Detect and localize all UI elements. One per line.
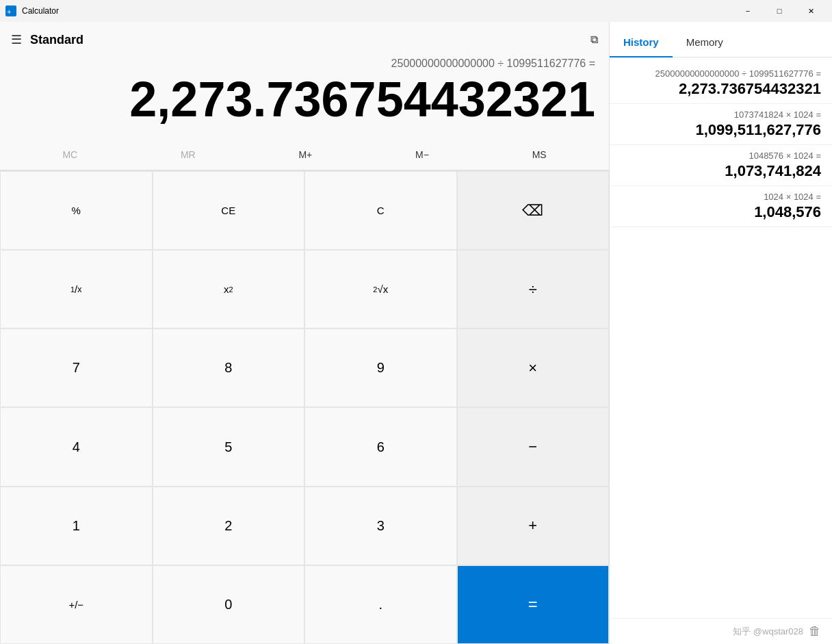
- app-icon: +: [5, 5, 16, 16]
- history-expression: 1048576 × 1024 =: [621, 151, 821, 161]
- equals-button[interactable]: =: [457, 565, 610, 644]
- mc-button[interactable]: MC: [54, 145, 86, 164]
- one-button[interactable]: 1: [0, 487, 153, 565]
- history-expression: 25000000000000000 ÷ 1099511627776 =: [621, 68, 821, 79]
- reciprocal-button[interactable]: 1/x: [0, 250, 153, 329]
- history-result: 1,073,741,824: [621, 162, 821, 180]
- seven-button[interactable]: 7: [0, 329, 153, 407]
- mr-button[interactable]: MR: [172, 145, 204, 164]
- calc-result: 2,273.736754432321: [129, 73, 595, 127]
- watermark-text: 知乎 @wqstar028: [733, 626, 803, 638]
- history-entry[interactable]: 1024 × 1024 = 1,048,576: [610, 186, 832, 227]
- square-button[interactable]: x2: [153, 250, 305, 329]
- history-result: 1,099,511,627,776: [621, 121, 821, 139]
- multiply-button[interactable]: ×: [457, 329, 610, 407]
- sqrt-button[interactable]: 2√x: [304, 250, 457, 329]
- add-button[interactable]: +: [457, 487, 610, 565]
- history-expression: 1073741824 × 1024 =: [621, 110, 821, 120]
- history-entry[interactable]: 1073741824 × 1024 = 1,099,511,627,776: [610, 104, 832, 145]
- backspace-button[interactable]: ⌫: [457, 171, 610, 250]
- delete-icon[interactable]: 🗑: [809, 624, 821, 639]
- percent-button[interactable]: %: [0, 171, 153, 250]
- subtract-button[interactable]: −: [457, 407, 610, 486]
- zero-button[interactable]: 0: [153, 565, 305, 644]
- calc-title: Standard: [30, 33, 582, 47]
- mplus-button[interactable]: M+: [290, 145, 320, 164]
- pin-icon[interactable]: ⧉: [590, 34, 598, 46]
- five-button[interactable]: 5: [153, 407, 305, 486]
- titlebar-left: + Calculator: [5, 5, 59, 16]
- right-tabs: History Memory: [610, 22, 832, 57]
- titlebar: + Calculator − □ ✕: [0, 0, 832, 22]
- memory-row: MC MR M+ M− MS: [0, 140, 609, 170]
- maximize-button[interactable]: □: [764, 0, 795, 22]
- calc-expression: 25000000000000000 ÷ 1099511627776 =: [391, 57, 595, 73]
- tab-memory[interactable]: Memory: [673, 28, 737, 57]
- divide-button[interactable]: ÷: [457, 250, 610, 329]
- four-button[interactable]: 4: [0, 407, 153, 486]
- titlebar-title: Calculator: [22, 6, 59, 16]
- mminus-button[interactable]: M−: [407, 145, 437, 164]
- eight-button[interactable]: 8: [153, 329, 305, 407]
- calc-display: 25000000000000000 ÷ 1099511627776 = 2,27…: [0, 57, 609, 140]
- hamburger-icon[interactable]: ☰: [11, 32, 22, 47]
- history-entry[interactable]: 25000000000000000 ÷ 1099511627776 = 2,27…: [610, 63, 832, 104]
- app-body: ☰ Standard ⧉ 25000000000000000 ÷ 1099511…: [0, 22, 832, 644]
- calc-header: ☰ Standard ⧉: [0, 22, 609, 57]
- three-button[interactable]: 3: [304, 487, 457, 565]
- nine-button[interactable]: 9: [304, 329, 457, 407]
- ms-button[interactable]: MS: [524, 145, 555, 164]
- history-result: 1,048,576: [621, 203, 821, 221]
- history-expression: 1024 × 1024 =: [621, 192, 821, 202]
- negate-button[interactable]: +/−: [0, 565, 153, 644]
- history-entry[interactable]: 1048576 × 1024 = 1,073,741,824: [610, 145, 832, 186]
- titlebar-controls: − □ ✕: [732, 0, 827, 22]
- close-button[interactable]: ✕: [795, 0, 827, 22]
- minimize-button[interactable]: −: [732, 0, 764, 22]
- c-button[interactable]: C: [304, 171, 457, 250]
- ce-button[interactable]: CE: [153, 171, 305, 250]
- decimal-button[interactable]: .: [304, 565, 457, 644]
- tab-history[interactable]: History: [610, 28, 673, 57]
- button-grid: % CE C ⌫ 1/x x2 2√x ÷ 7 8 9 × 4 5 6 − 1 …: [0, 170, 609, 644]
- history-result: 2,273.736754432321: [621, 80, 821, 98]
- watermark-area: 知乎 @wqstar028 🗑: [610, 618, 832, 644]
- right-panel: History Memory 25000000000000000 ÷ 10995…: [609, 22, 832, 644]
- six-button[interactable]: 6: [304, 407, 457, 486]
- two-button[interactable]: 2: [153, 487, 305, 565]
- calculator-panel: ☰ Standard ⧉ 25000000000000000 ÷ 1099511…: [0, 22, 609, 644]
- history-list[interactable]: 25000000000000000 ÷ 1099511627776 = 2,27…: [610, 57, 832, 618]
- svg-text:+: +: [7, 8, 11, 16]
